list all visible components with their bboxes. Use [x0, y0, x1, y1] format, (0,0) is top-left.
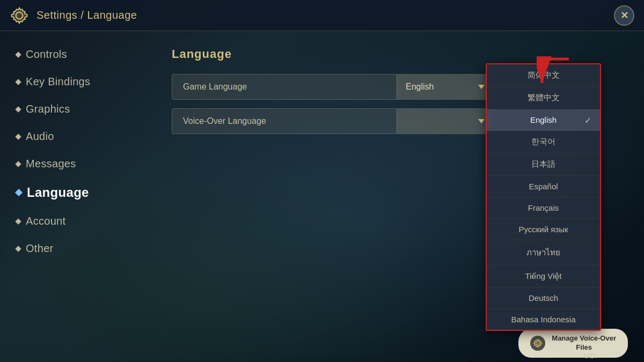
language-dropdown[interactable]: 简体中文繁體中文English✓한국어日本語EspañolFrançaisРус…: [486, 63, 601, 331]
uid-label: UID:: [584, 352, 597, 360]
diamond-icon: [15, 189, 23, 196]
dropdown-option-vietnamese[interactable]: Tiếng Việt: [487, 265, 600, 287]
game-language-row: Game Language English: [172, 74, 494, 100]
sidebar-item-label: Language: [27, 185, 89, 200]
diamond-icon: [15, 51, 21, 57]
page-title: Settings / Language: [36, 9, 137, 21]
dropdown-option-indonesian[interactable]: Bahasa Indonesia: [487, 309, 600, 330]
diamond-icon: [15, 161, 21, 167]
manage-btn-label: Manage Voice-Over Files: [552, 334, 616, 352]
dropdown-arrow-icon: [478, 85, 485, 89]
diamond-icon: [15, 218, 21, 224]
dropdown-option-french[interactable]: Français: [487, 197, 600, 219]
sidebar-item-label: Key Bindings: [26, 76, 90, 88]
sidebar-item-graphics[interactable]: Graphics: [0, 97, 150, 122]
manage-btn-icon: [530, 336, 545, 351]
voice-over-language-label: Voice-Over Language: [172, 116, 397, 126]
diamond-icon: [15, 246, 21, 252]
gear-small-icon: [533, 338, 543, 348]
topbar-left: Settings / Language: [10, 6, 137, 25]
sidebar-item-messages[interactable]: Messages: [0, 151, 150, 176]
dropdown-option-english[interactable]: English✓: [487, 109, 600, 131]
dropdown-option-german[interactable]: Deutsch: [487, 287, 600, 309]
sidebar: ControlsKey BindingsGraphicsAudioMessage…: [0, 31, 150, 362]
dropdown-option-japanese[interactable]: 日本語: [487, 153, 600, 176]
sidebar-item-controls[interactable]: Controls: [0, 42, 150, 67]
sidebar-item-label: Graphics: [26, 103, 70, 115]
sidebar-item-key-bindings[interactable]: Key Bindings: [0, 69, 150, 94]
voice-over-dropdown-arrow-icon: [478, 119, 485, 123]
game-language-label: Game Language: [172, 82, 397, 92]
dropdown-option-korean[interactable]: 한국어: [487, 131, 600, 153]
sidebar-item-label: Other: [26, 242, 54, 255]
close-button[interactable]: ✕: [614, 5, 634, 26]
sidebar-item-label: Account: [26, 215, 65, 227]
sidebar-item-account[interactable]: Account: [0, 209, 150, 234]
sidebar-item-audio[interactable]: Audio: [0, 124, 150, 149]
dropdown-option-spanish[interactable]: Español: [487, 176, 600, 197]
sidebar-item-other[interactable]: Other: [0, 236, 150, 261]
red-arrow-indicator: [537, 56, 574, 88]
diamond-icon: [15, 79, 21, 85]
voice-over-language-dropdown[interactable]: [397, 109, 493, 134]
sidebar-item-label: Messages: [26, 158, 76, 170]
gear-icon: [10, 6, 29, 25]
uid-bar: UID:: [537, 350, 644, 362]
game-language-dropdown[interactable]: English: [397, 75, 493, 99]
sidebar-item-label: Controls: [26, 48, 67, 61]
dropdown-option-thai[interactable]: ภาษาไทย: [487, 240, 600, 265]
diamond-icon: [15, 106, 21, 112]
game-language-value: English: [406, 82, 434, 92]
dropdown-option-russian[interactable]: Русский язык: [487, 219, 600, 240]
voice-over-language-row: Voice-Over Language: [172, 108, 494, 134]
dropdown-option-traditional-chinese[interactable]: 繁體中文: [487, 87, 600, 109]
diamond-icon: [15, 134, 21, 139]
sidebar-item-language[interactable]: Language: [0, 179, 150, 206]
topbar: Settings / Language ✕: [0, 0, 644, 31]
checkmark-icon: ✓: [584, 115, 591, 125]
sidebar-item-label: Audio: [26, 130, 54, 143]
